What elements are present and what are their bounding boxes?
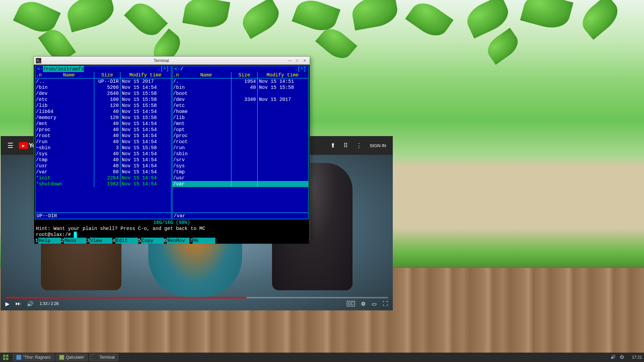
fkey-menu[interactable]: 2Menu (61, 238, 87, 244)
file-row[interactable]: /mnt (172, 121, 308, 127)
mc-hint: Hint: Want your plain shell? Press C-o, … (35, 226, 309, 232)
file-row[interactable]: /srv (172, 157, 308, 163)
settings-gear-icon[interactable]: ⚙ (361, 301, 366, 307)
file-row[interactable]: /sys40Nov 15 14:54 (35, 151, 171, 157)
video-controls: ▶ ⏭ 🔊 1:33 / 2:26 CC ⚙ ▭ ⛶ (1, 297, 393, 310)
clock[interactable]: 17:21 (632, 355, 642, 360)
file-row[interactable]: /home (172, 109, 308, 115)
file-row[interactable]: *init2284Nov 15 14:54 (35, 175, 171, 181)
fullscreen-icon[interactable]: ⛶ (383, 301, 388, 307)
file-row[interactable]: /var (172, 181, 308, 187)
file-row[interactable]: *shutdown1962Nov 15 14:54 (35, 181, 171, 187)
apps-icon[interactable]: ⠿ (343, 142, 348, 149)
file-row[interactable]: /mnt40Nov 15 14:54 (35, 121, 171, 127)
file-row[interactable]: /proc (172, 133, 308, 139)
maximize-button[interactable]: □ (294, 58, 300, 63)
settings-icon[interactable]: ⋮ (356, 142, 362, 149)
taskbar-item-terminal[interactable]: Terminal (89, 354, 118, 361)
file-row[interactable]: /var60Nov 15 14:54 (35, 169, 171, 175)
file-row[interactable]: /lib120Nov 15 15:58 (35, 103, 171, 109)
terminal-body[interactable]: <- /run/initramfs.[^] .n Name Size Modif… (34, 65, 310, 240)
file-row[interactable]: /memory120Nov 15 15:58 (35, 115, 171, 121)
file-row[interactable]: /lib (172, 115, 308, 121)
video-time: 1:33 / 2:26 (40, 301, 59, 306)
file-row[interactable]: /usr (172, 175, 308, 181)
fkey-mk[interactable]: 7Mk (190, 238, 215, 244)
file-row[interactable]: /tmp40Nov 15 14:54 (35, 157, 171, 163)
volume-icon[interactable]: 🔊 (27, 301, 34, 307)
taskbar: "Thor: Ragnaro Qalculate! Terminal 🔊 ⏻ 1… (0, 353, 644, 362)
hamburger-icon[interactable]: ☰ (7, 141, 13, 149)
fkey-renmov[interactable]: 6RenMov (164, 238, 190, 244)
file-row[interactable]: /root40Nov 15 14:54 (35, 133, 171, 139)
file-row[interactable]: /run40Nov 15 14:54 (35, 139, 171, 145)
app-launcher-icon[interactable] (2, 354, 9, 361)
miniplayer-icon[interactable]: ▭ (372, 301, 377, 307)
taskbar-item-browser[interactable]: "Thor: Ragnaro (13, 354, 54, 361)
file-row[interactable]: /root (172, 139, 308, 145)
taskbar-item-qalculate[interactable]: Qalculate! (56, 354, 88, 361)
mc-left-panel[interactable]: <- /run/initramfs.[^] .n Name Size Modif… (35, 66, 171, 219)
file-row[interactable]: /usr40Nov 15 14:54 (35, 163, 171, 169)
fkey-copy[interactable]: 5Copy (138, 238, 164, 244)
file-row[interactable]: /run (172, 145, 308, 151)
mc-function-keys[interactable]: 1Help2Menu3View4Edit5Copy6RenMov7Mk (35, 238, 309, 244)
file-row[interactable]: /sbin (172, 151, 308, 157)
file-row[interactable]: /etc (172, 103, 308, 109)
terminal-window[interactable]: >_ Terminal — □ ✕ <- /run/initramfs.[^] … (34, 56, 310, 240)
signin-button[interactable]: SIGN IN (370, 143, 386, 148)
file-row[interactable]: /opt (172, 127, 308, 133)
file-row[interactable]: /proc40Nov 15 14:54 (35, 127, 171, 133)
cc-icon[interactable]: CC (347, 301, 355, 306)
file-row[interactable]: /sys (172, 163, 308, 169)
power-icon[interactable]: ⏻ (620, 355, 625, 360)
file-row[interactable]: /bin40Nov 15 15:58 (172, 84, 308, 90)
file-row[interactable]: ~sbin3Nov 15 15:58 (35, 145, 171, 151)
fkey-view[interactable]: 3View (87, 238, 112, 244)
upload-icon[interactable]: ⬆ (330, 142, 335, 149)
shell-prompt[interactable]: root@slax:/# _ (35, 232, 309, 238)
mc-right-panel[interactable]: <- /.[^] .n Name Size Modify time /.1954… (172, 66, 309, 219)
file-row[interactable]: /tmp (172, 169, 308, 175)
play-button[interactable]: ▶ (5, 301, 9, 307)
volume-icon[interactable]: 🔊 (610, 355, 616, 360)
file-row[interactable]: /lib6440Nov 15 14:54 (35, 109, 171, 115)
file-row[interactable]: /dev2640Nov 15 15:58 (35, 90, 171, 97)
terminal-titlebar[interactable]: >_ Terminal — □ ✕ (34, 57, 310, 65)
file-row[interactable]: /boot (172, 90, 308, 97)
file-row[interactable]: /etc100Nov 15 15:58 (35, 97, 171, 103)
minimize-button[interactable]: — (287, 58, 293, 63)
file-row[interactable]: /dev3340Nov 15 2017 (172, 97, 308, 103)
next-button[interactable]: ⏭ (15, 301, 21, 307)
disk-usage: 16G/16G (98%) (35, 220, 309, 226)
fkey-edit[interactable]: 4Edit (112, 238, 138, 244)
file-row[interactable]: /..UP--DIRNov 15 2017 (35, 78, 171, 84)
close-button[interactable]: ✕ (302, 58, 308, 63)
fkey-help[interactable]: 1Help (35, 238, 61, 244)
file-row[interactable]: /bin5260Nov 15 14:54 (35, 84, 171, 90)
terminal-title: Terminal (36, 58, 287, 63)
file-row[interactable]: /.1954Nov 15 14:51 (172, 78, 308, 84)
